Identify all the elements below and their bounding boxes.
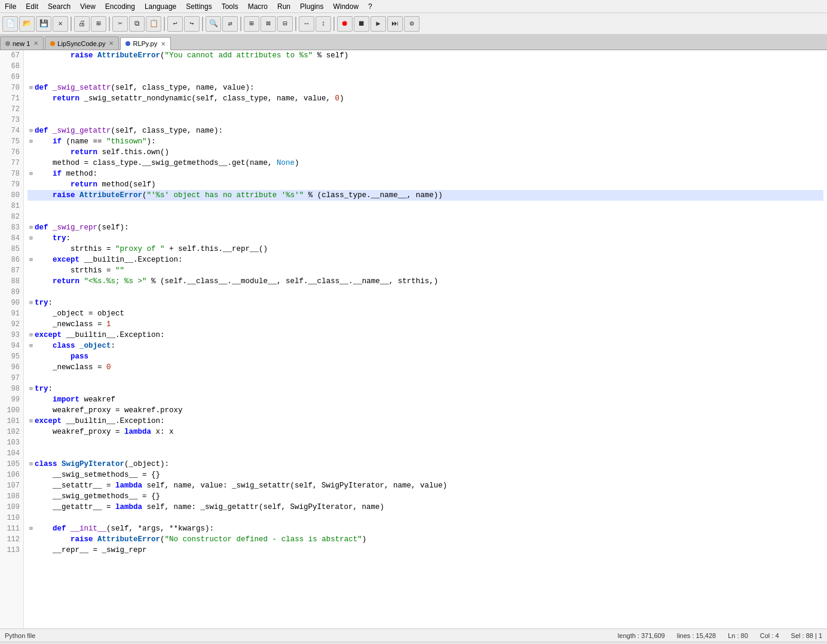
fold-94[interactable]: ⊟ <box>27 342 35 349</box>
play-button[interactable]: ▶ <box>370 16 386 32</box>
stop-button[interactable]: ⏹ <box>354 16 369 32</box>
code-line-88: return "<%s.%s; %s >" % (self.__class__.… <box>27 276 823 287</box>
code-line-76: return self.this.own() <box>27 147 823 158</box>
fold-96[interactable] <box>27 364 35 371</box>
toolbar: 📄 📂 💾 ✕ 🖨 ⊞ ✂ ⧉ 📋 ↩ ↪ 🔍 ⇄ ⊞ ⊠ ⊟ ↔ ↕ ⏺ ⏹ … <box>0 13 827 35</box>
tab-close-rlpy[interactable]: ✕ <box>161 41 166 47</box>
code-line-95: pass <box>27 351 823 362</box>
sep6 <box>295 17 296 31</box>
code-line-105: ⊟ class SwigPyIterator(_object): <box>27 459 823 470</box>
fold-108[interactable] <box>27 493 35 500</box>
replace-button[interactable]: ⇄ <box>222 16 238 32</box>
linenum-96: 96 <box>4 362 20 373</box>
fold-91[interactable] <box>27 310 35 317</box>
new-button[interactable]: 📄 <box>2 16 18 32</box>
zoom2-button[interactable]: ⊠ <box>261 16 276 32</box>
menu-search[interactable]: Search <box>43 1 75 12</box>
code-line-94: ⊟ class _object: <box>27 341 823 351</box>
menu-tools[interactable]: Tools <box>217 1 243 12</box>
fold-84[interactable]: ⊟ <box>27 235 35 242</box>
fold-111[interactable]: ⊟ <box>27 525 35 532</box>
fold-83[interactable]: ⊟ <box>27 224 35 231</box>
linenum-81: 81 <box>4 201 20 211</box>
fold-92[interactable] <box>27 321 35 328</box>
menu-language[interactable]: Language <box>140 1 181 12</box>
menu-file[interactable]: File <box>0 1 21 12</box>
copy-button[interactable]: ⧉ <box>129 16 145 32</box>
linenum-100: 100 <box>4 405 20 416</box>
find-button[interactable]: 🔍 <box>206 16 221 32</box>
code-line-90: ⊟ try: <box>27 298 823 308</box>
print2-button[interactable]: ⊞ <box>91 16 106 32</box>
tab-close-lipSync[interactable]: ✕ <box>109 40 114 47</box>
fold-100[interactable] <box>27 407 35 414</box>
fold-99[interactable] <box>27 396 35 403</box>
fold-85[interactable] <box>27 246 35 253</box>
code-area[interactable]: raise AttributeError("You cannot add att… <box>24 50 827 628</box>
fold-105[interactable]: ⊟ <box>27 461 35 468</box>
fold-86[interactable]: ⊟ <box>27 256 35 263</box>
redo-button[interactable]: ↪ <box>184 16 200 32</box>
code-line-86: ⊟ except __builtin__.Exception: <box>27 254 823 265</box>
code-line-67: raise AttributeError("You cannot add att… <box>27 50 823 61</box>
linenum-106: 106 <box>4 470 20 480</box>
menu-view[interactable]: View <box>75 1 100 12</box>
menu-edit[interactable]: Edit <box>21 1 43 12</box>
menu-settings[interactable]: Settings <box>181 1 216 12</box>
cut-button[interactable]: ✂ <box>112 16 128 32</box>
fold-95[interactable] <box>27 353 35 360</box>
menu-encoding[interactable]: Encoding <box>100 1 140 12</box>
linenum-110: 110 <box>4 513 20 523</box>
status-bar: Python file length : 371,609 lines : 15,… <box>0 628 827 642</box>
zoom-button[interactable]: ⊞ <box>244 16 259 32</box>
menu-run[interactable]: Run <box>272 1 295 12</box>
paste-button[interactable]: 📋 <box>146 16 161 32</box>
fold-102[interactable] <box>27 428 35 436</box>
tab-rlpy[interactable]: RLPy.py ✕ <box>120 37 171 50</box>
fold-109[interactable] <box>27 504 35 511</box>
fold-98[interactable]: ⊟ <box>27 385 35 392</box>
tab-lipSync[interactable]: LipSyncCode.py ✕ <box>45 36 119 50</box>
fold-76[interactable] <box>27 149 35 156</box>
fold-87[interactable] <box>27 267 35 274</box>
fold-112[interactable] <box>27 536 35 543</box>
print-button[interactable]: 🖨 <box>74 16 90 32</box>
fold-74[interactable]: ⊟ <box>27 127 35 134</box>
save-button[interactable]: 💾 <box>36 16 51 32</box>
menu-macro[interactable]: Macro <box>243 1 272 12</box>
menu-window[interactable]: Window <box>328 1 363 12</box>
open-button[interactable]: 📂 <box>19 16 35 32</box>
fold-93[interactable]: ⊟ <box>27 332 35 339</box>
fold-90[interactable]: ⊟ <box>27 299 35 306</box>
undo-button[interactable]: ↩ <box>167 16 183 32</box>
fold-78[interactable]: ⊟ <box>27 170 35 177</box>
fold-75[interactable]: ⊟ <box>27 138 35 145</box>
macro-btn[interactable]: ⚙ <box>404 16 419 32</box>
sep4 <box>202 17 203 31</box>
fold-79[interactable] <box>27 181 35 188</box>
sync-button[interactable]: ↔ <box>299 16 314 32</box>
tab-new1[interactable]: new 1 ✕ <box>0 36 44 50</box>
play2-button[interactable]: ⏭ <box>387 16 403 32</box>
code-line-103 <box>27 437 823 448</box>
zoom3-button[interactable]: ⊟ <box>277 16 293 32</box>
linenum-77: 77 <box>4 158 20 168</box>
menu-help[interactable]: ? <box>363 1 377 12</box>
fold-71[interactable] <box>27 95 35 102</box>
fold-101[interactable]: ⊟ <box>27 418 35 425</box>
code-line-74: ⊟ def _swig_getattr(self, class_type, na… <box>27 125 823 136</box>
fold-88[interactable] <box>27 278 35 285</box>
fold-106[interactable] <box>27 471 35 479</box>
sync2-button[interactable]: ↕ <box>316 16 331 32</box>
fold-80[interactable] <box>27 192 35 199</box>
linenum-67: 67 <box>4 50 20 61</box>
close-button[interactable]: ✕ <box>53 16 68 32</box>
tab-close-new1[interactable]: ✕ <box>33 40 38 47</box>
fold-67[interactable] <box>27 52 35 59</box>
fold-113[interactable] <box>27 547 35 554</box>
record-button[interactable]: ⏺ <box>337 16 353 32</box>
fold-77[interactable] <box>27 160 35 167</box>
fold-70[interactable]: ⊟ <box>27 84 35 91</box>
fold-107[interactable] <box>27 482 35 489</box>
menu-plugins[interactable]: Plugins <box>295 1 328 12</box>
